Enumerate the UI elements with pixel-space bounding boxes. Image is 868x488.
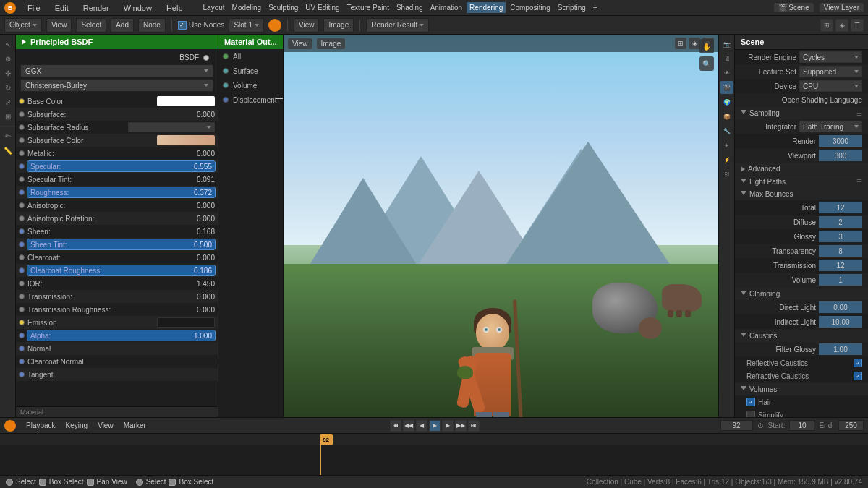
timeline-frame-marker[interactable]: 92 <box>320 434 333 445</box>
toolbar-icon-1[interactable]: ⊞ <box>820 19 833 32</box>
menu-help[interactable]: Help <box>163 2 186 14</box>
emission-swatch[interactable] <box>157 317 215 328</box>
menu-file[interactable]: File <box>25 2 43 14</box>
rsidebar-output-icon[interactable]: 🖥 <box>720 52 733 65</box>
rpanel-refractive-caustics-checkbox[interactable]: ✓ <box>854 372 862 380</box>
view-btn[interactable]: View <box>46 18 72 33</box>
rpanel-reflective-caustics-checkbox[interactable]: ✓ <box>854 359 862 367</box>
rsidebar-view-icon[interactable]: 👁 <box>720 67 733 80</box>
mode-selector[interactable]: Object <box>4 18 42 33</box>
toolbar-icon-3[interactable]: ☰ <box>851 19 864 32</box>
rsidebar-constraints-icon[interactable]: ⛓ <box>720 168 733 181</box>
rsidebar-render-icon[interactable]: 📷 <box>720 38 733 51</box>
socket-volume[interactable] <box>223 82 229 88</box>
workspace-texture-paint[interactable]: Texture Paint <box>344 2 392 13</box>
render-icon[interactable] <box>268 19 281 32</box>
rsidebar-scene-icon[interactable]: 🎬 <box>720 81 733 94</box>
rpanel-device-select[interactable]: CPU <box>799 80 862 92</box>
timeline-playback-btn[interactable]: Playback <box>23 420 59 431</box>
timeline-content[interactable] <box>0 445 868 475</box>
timeline-current-frame[interactable] <box>720 420 753 431</box>
rpanel-volume-input[interactable] <box>819 274 862 286</box>
rpanel-volumes-header[interactable]: Volumes <box>735 383 868 395</box>
sidebar-icon-select[interactable]: ↖ <box>1 38 14 51</box>
select-btn[interactable]: Select <box>76 18 106 33</box>
tangent-socket[interactable] <box>19 372 25 377</box>
sheen-tint-bar[interactable]: Sheen Tint: 0.500 <box>27 239 215 249</box>
socket-displacement[interactable] <box>223 97 229 103</box>
rpanel-render-input[interactable] <box>819 135 862 147</box>
toolbar-icon-2[interactable]: ◈ <box>835 19 848 32</box>
sidebar-icon-annotate[interactable]: ✏ <box>1 129 14 142</box>
workspace-scripting[interactable]: Scripting <box>555 2 589 13</box>
node-btn[interactable]: Node <box>138 18 166 33</box>
socket-all[interactable] <box>223 53 229 59</box>
viewport-image-btn[interactable]: Image <box>317 38 346 49</box>
transmission-roughness-socket[interactable] <box>19 307 25 312</box>
sampling-menu-icon[interactable]: ☰ <box>856 110 862 117</box>
workspace-shading[interactable]: Shading <box>393 2 426 13</box>
timeline-marker-btn[interactable]: Marker <box>121 420 149 431</box>
timeline-end-frame[interactable] <box>838 420 864 431</box>
clearcoat-roughness-socket[interactable] <box>19 267 25 273</box>
emission-socket[interactable] <box>19 320 25 325</box>
rpanel-advanced-header[interactable]: Advanced <box>735 163 868 175</box>
clearcoat-socket[interactable] <box>19 254 25 260</box>
base-color-swatch[interactable] <box>157 96 215 106</box>
rpanel-feature-set-select[interactable]: Supported <box>799 66 862 77</box>
timeline-view-btn[interactable]: View <box>95 420 116 431</box>
subsurface-socket[interactable] <box>19 111 25 117</box>
anisotropic-rotation-socket[interactable] <box>19 215 25 221</box>
light-paths-menu-icon[interactable]: ☰ <box>856 179 862 186</box>
workspace-compositing[interactable]: Compositing <box>507 2 553 13</box>
menu-window[interactable]: Window <box>121 2 155 14</box>
viewport-view-btn[interactable]: View <box>288 38 312 49</box>
use-nodes-checkbox[interactable]: ✓ <box>178 21 187 30</box>
menu-edit[interactable]: Edit <box>52 2 72 14</box>
subsurface-color-swatch[interactable] <box>157 135 215 145</box>
slot-selector[interactable]: Slot 1 <box>229 18 264 33</box>
sidebar-icon-rotate[interactable]: ↻ <box>1 81 14 94</box>
rsidebar-object-icon[interactable]: 📦 <box>720 110 733 123</box>
rpanel-clamping-header[interactable]: Clamping <box>735 288 868 300</box>
timeline-start-frame[interactable] <box>789 420 814 431</box>
workspace-animation[interactable]: Animation <box>427 2 465 13</box>
menu-render[interactable]: Render <box>80 2 112 14</box>
corner-icon-2[interactable]: 🔍 <box>699 56 714 71</box>
transmission-socket[interactable] <box>19 294 25 299</box>
rpanel-transparency-input[interactable] <box>819 245 862 257</box>
view-btn-2[interactable]: View <box>294 18 320 33</box>
viewport-icon-1[interactable]: ⊞ <box>675 38 686 49</box>
sidebar-icon-scale[interactable]: ⤢ <box>1 95 14 108</box>
image-btn[interactable]: Image <box>323 18 354 33</box>
clearcoat-roughness-bar[interactable]: Clearcoat Roughness: 0.186 <box>27 265 215 275</box>
rpanel-caustics-header[interactable]: Caustics <box>735 330 868 342</box>
workspace-add[interactable]: + <box>590 2 600 13</box>
socket-surface[interactable] <box>223 68 229 74</box>
sidebar-icon-measure[interactable]: 📏 <box>1 144 14 157</box>
rpanel-max-bounces-header[interactable]: Max Bounces <box>735 188 868 200</box>
sidebar-icon-move[interactable]: ✛ <box>1 67 14 80</box>
sidebar-icon-transform[interactable]: ⊞ <box>1 110 14 123</box>
anisotropic-socket[interactable] <box>19 202 25 208</box>
sidebar-icon-cursor[interactable]: ⊕ <box>1 52 14 65</box>
alpha-socket[interactable] <box>19 333 25 338</box>
distribution-select[interactable]: GGX <box>20 64 213 77</box>
timeline-keying-btn[interactable]: Keying <box>63 420 91 431</box>
rpanel-total-input[interactable] <box>819 202 862 213</box>
viewport-icon-2[interactable]: ◈ <box>689 38 700 49</box>
sheen-tint-socket[interactable] <box>19 241 25 247</box>
transport-next-frame[interactable]: ▶ <box>442 420 454 432</box>
subsurface-radius-select[interactable] <box>128 122 215 132</box>
subsurface-method-select[interactable]: Christensen-Burley <box>20 79 213 92</box>
render-result-label[interactable]: Render Result <box>366 18 429 33</box>
add-btn[interactable]: Add <box>111 18 134 33</box>
rpanel-render-engine-select[interactable]: Cycles <box>799 51 862 63</box>
bsdf-output-socket[interactable] <box>203 55 209 61</box>
roughness-bar[interactable]: Roughness: 0.372 <box>27 187 215 197</box>
workspace-modeling[interactable]: Modeling <box>229 2 265 13</box>
rsidebar-particles-icon[interactable]: ✦ <box>720 139 733 152</box>
metallic-socket[interactable] <box>19 150 25 156</box>
rsidebar-physics-icon[interactable]: ⚡ <box>720 153 733 166</box>
corner-icon-1[interactable]: ✋ <box>699 39 714 53</box>
